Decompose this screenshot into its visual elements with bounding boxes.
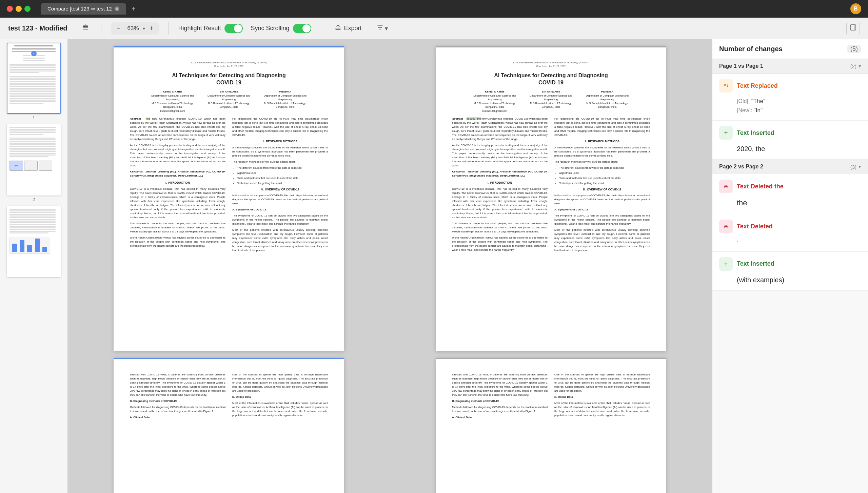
filter-dropdown-icon: ▾ <box>385 25 388 32</box>
page-group-1-count: (2) ▾ <box>850 63 861 69</box>
thumb-annotation-1: + <box>31 51 37 56</box>
layers-icon <box>82 24 89 33</box>
change-detail-inserted-2: (with examples) <box>737 275 861 285</box>
change-item-deleted-1: Text Deleted the the <box>712 174 868 214</box>
zoom-controls: − 63% ▾ + <box>111 22 159 35</box>
filter-button[interactable]: ▾ <box>374 21 391 35</box>
right-doc-title: AI Techniques for Detecting and Diagnosi… <box>452 72 650 86</box>
thumbnail-sidebar[interactable]: + 1 <box>0 39 68 493</box>
export-icon <box>335 24 341 33</box>
changes-panel: Number of changes (5) Page 1 vs Page 1 (… <box>712 39 868 493</box>
left-document-page-2: affected with COVID-19 virus, if patient… <box>114 358 344 493</box>
thumb-label-1: 1 <box>33 115 35 120</box>
page-group-1-header[interactable]: Page 1 vs Page 1 (2) ▾ <box>712 59 868 74</box>
tab-bar: Compare [test 123 ⇒ test 12 × + <box>34 3 847 15</box>
sidebar-toggle-button[interactable] <box>846 22 860 35</box>
right-author-2: Siri Anna Alex Department of Computer Sc… <box>530 90 572 113</box>
toolbar: test 123 - Modified − 63% ▾ + Highlight … <box>0 18 868 39</box>
change-type-header-inserted-1: Text Inserted <box>719 126 861 140</box>
change-detail-deleted-1: the <box>737 197 861 208</box>
document-panels: + 1 <box>0 39 712 493</box>
highlight-result-label: Highlight Result <box>178 25 221 32</box>
close-window-button[interactable] <box>7 6 13 12</box>
change-detail-deleted-2: · <box>737 237 861 246</box>
deleted-icon-2 <box>719 220 733 233</box>
right-document-page-2: affected with COVID-19 virus, if patient… <box>436 358 666 493</box>
thumbnail-page-3[interactable] <box>3 206 64 279</box>
changes-panel-header: Number of changes (5) <box>712 39 868 59</box>
sidebar-toggle-icon <box>850 24 856 33</box>
change-type-label-inserted-2: Text Inserted <box>737 260 774 267</box>
change-old-value: [Old]: "The" <box>737 97 861 106</box>
change-detail-inserted-1: 2020, the <box>737 144 861 154</box>
right-doc-body: Abstract— In 2020, the new Coronavirus i… <box>452 117 650 254</box>
svg-rect-2 <box>83 29 88 29</box>
right-doc-authors: Kshitij C Karns Department of Computer S… <box>452 90 650 113</box>
page-group-2-header[interactable]: Page 2 vs Page 2 (3) ▾ <box>712 160 868 174</box>
right-document-viewer[interactable]: 2022 International Conference for Advanc… <box>390 39 712 493</box>
main-layout: + 1 <box>0 39 868 493</box>
page-group-2: Page 2 vs Page 2 (3) ▾ <box>712 160 868 291</box>
thumb-label-2: 2 <box>33 197 35 202</box>
change-new-value: [New]: "In" <box>737 106 861 115</box>
author-2: Siri Anna Alex Department of Computer Sc… <box>208 90 250 113</box>
toolbar-right <box>846 22 860 35</box>
change-item-deleted-2: Text Deleted · <box>712 214 868 252</box>
new-tab-button[interactable]: + <box>129 4 138 14</box>
zoom-dropdown-button[interactable]: ▾ <box>143 26 145 31</box>
page-group-1: Page 1 vs Page 1 (2) ▾ <box>712 59 868 160</box>
document-title: test 123 - Modified <box>8 24 67 32</box>
layers-button[interactable] <box>79 22 92 35</box>
change-type-header-replaced: Text Replaced <box>719 79 861 93</box>
minimize-window-button[interactable] <box>16 6 22 12</box>
changes-panel-count: (5) <box>847 45 861 53</box>
highlight-result-toggle[interactable] <box>224 24 243 33</box>
highlight-result-group: Highlight Result <box>178 24 242 33</box>
change-type-label-inserted-1: Text Inserted <box>737 129 774 137</box>
right-conf-header: 2022 International Conference for Advanc… <box>452 61 650 68</box>
active-tab[interactable]: Compare [test 123 ⇒ test 12 × <box>41 3 126 15</box>
svg-rect-8 <box>850 25 856 30</box>
traffic-lights <box>7 6 31 12</box>
thumb-page-3-box <box>7 206 61 277</box>
page-group-2-title: Page 2 vs Page 2 <box>719 164 763 170</box>
left-doc-title: AI Techniques for Detecting and Diagnosi… <box>130 72 328 86</box>
zoom-in-button[interactable]: + <box>146 24 156 33</box>
right-author-1: Kshitij C Karns Department of Computer S… <box>473 90 516 113</box>
export-button[interactable]: Export <box>331 21 366 35</box>
page-group-2-count: (3) ▾ <box>850 164 861 170</box>
zoom-level: 63% <box>124 25 141 32</box>
replaced-icon <box>719 79 733 93</box>
left-doc-body: Abstract— The new Coronavirus infection … <box>130 117 328 253</box>
deleted-icon-1 <box>719 180 733 193</box>
chevron-down-icon: ▾ <box>859 63 861 69</box>
highlight-result-knob <box>234 24 242 33</box>
sync-scrolling-toggle[interactable] <box>293 24 311 33</box>
change-item-replaced: Text Replaced [Old]: "The" [New]: "In" <box>712 74 868 121</box>
divider-2 <box>168 22 169 35</box>
left-doc-authors: Kshitij C Karns Department of Computer S… <box>130 90 328 113</box>
left-doc-page2-body: affected with COVID-19 virus, if patient… <box>130 373 328 420</box>
sync-scrolling-knob <box>302 24 311 33</box>
change-type-label-replaced: Text Replaced <box>737 82 778 89</box>
left-document-viewer[interactable]: 2022 International Conference for Advanc… <box>68 39 390 493</box>
sync-scrolling-label: Sync Scrolling <box>251 25 290 32</box>
changes-panel-body[interactable]: Page 1 vs Page 1 (2) ▾ <box>712 59 868 493</box>
inserted-value-2: (with examples) <box>737 276 784 284</box>
thumbnail-page-1[interactable]: + 1 <box>3 43 64 120</box>
right-doc-page2-body: affected with COVID-19 virus, if patient… <box>452 373 650 420</box>
thumb-page-3-inner <box>7 207 60 276</box>
right-document-page-1: 2022 International Conference for Advanc… <box>436 46 666 351</box>
thumbnail-page-2[interactable]: John 2 <box>3 124 64 202</box>
divider-3 <box>321 22 321 35</box>
maximize-window-button[interactable] <box>24 6 31 12</box>
left-conf-header: 2022 International Conference for Advanc… <box>130 61 328 68</box>
changes-panel-title: Number of changes <box>719 45 783 53</box>
inserted-icon-2 <box>719 257 733 271</box>
change-item-inserted-2: Text Inserted (with examples) <box>712 252 868 291</box>
tab-close-button[interactable]: × <box>115 6 119 11</box>
thumb-lines-2: John <box>9 127 58 171</box>
change-type-header-inserted-2: Text Inserted <box>719 257 861 271</box>
thumb-page-1-inner: + <box>7 43 60 113</box>
zoom-out-button[interactable]: − <box>114 24 123 33</box>
